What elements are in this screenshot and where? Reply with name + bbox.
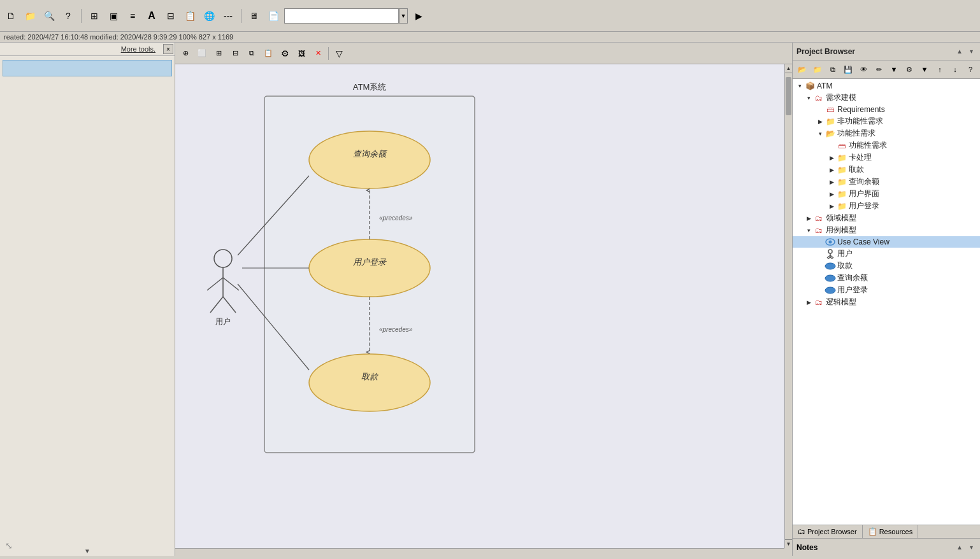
tree-arrow-usecase-model[interactable]: ▾ [804, 225, 813, 236]
tree-item-requirements[interactable]: 🗃 Requirements [793, 104, 980, 115]
tree-item-balance2[interactable]: 查询余额 [793, 272, 980, 284]
tree-item-withdraw2[interactable]: 取款 [793, 260, 980, 272]
rp-save[interactable]: 💾 [841, 62, 855, 76]
tree-label-requirements: Requirements [836, 105, 885, 114]
dtb-image[interactable]: 🖼 [294, 46, 309, 61]
tree-arrow-withdraw[interactable]: ▶ [827, 165, 836, 175]
tb-btn3[interactable]: ≡ [124, 8, 141, 24]
tree-arrow-domain[interactable]: ▶ [804, 213, 813, 223]
tree-arrow-ui[interactable]: ▶ [827, 189, 836, 199]
more-tools-btn[interactable]: More tools. [121, 45, 155, 53]
tools-scroll-down-area: ▼ [0, 546, 175, 556]
tools-scroll-down[interactable]: ▼ [84, 548, 90, 555]
tree-item-balance[interactable]: ▶ 📁 查询余额 [793, 176, 980, 188]
dtb-copy[interactable]: ⧉ [244, 46, 259, 61]
tree-item-withdraw[interactable]: ▶ 📁 取款 [793, 164, 980, 176]
notes-expand-btn[interactable]: ▾ [966, 542, 976, 553]
tree-item-non-func[interactable]: ▶ 📁 非功能性需求 [793, 115, 980, 127]
tree-item-func-req[interactable]: 🗃 功能性需求 [793, 139, 980, 152]
style-input[interactable]: Basic - Normal [284, 8, 399, 24]
rp-copy[interactable]: ⧉ [826, 62, 840, 76]
new-btn[interactable]: 🗋 [3, 8, 19, 24]
style-dropdown-arrow[interactable]: ▼ [399, 8, 408, 24]
svg-point-9 [309, 131, 430, 188]
project-tree[interactable]: ▾ 📦 ATM ▾ 🗂 需求建模 🗃 Requirements ▶ [793, 79, 980, 525]
horizontal-scrollbar[interactable] [175, 548, 784, 556]
dtb-select[interactable]: ⬜ [194, 46, 210, 61]
vertical-scrollbar[interactable]: ▲ ▼ [784, 64, 792, 548]
scroll-up-arrow[interactable]: ▲ [785, 64, 792, 73]
tb-btn4[interactable]: ⊟ [162, 8, 179, 24]
rp-up[interactable]: ↑ [933, 62, 947, 76]
tb-font[interactable]: A [143, 8, 160, 24]
selected-tool-item[interactable] [3, 60, 172, 76]
notes-collapse-btn[interactable]: ▲ [955, 542, 965, 553]
rp-dropdown[interactable]: ▼ [887, 62, 901, 76]
tree-item-login2[interactable]: 用户登录 [793, 284, 980, 296]
rp-view[interactable]: 👁 [856, 62, 870, 76]
dtb-add-node[interactable]: ⊕ [178, 46, 193, 61]
dtb-align[interactable]: ⊞ [211, 46, 226, 61]
tb-monitor[interactable]: 🖥 [246, 8, 263, 24]
tab-resources[interactable]: 📋 Resources [863, 525, 919, 538]
tb-expand[interactable]: ▶ [410, 8, 427, 24]
tree-item-usecase-model[interactable]: ▾ 🗂 用例模型 [793, 224, 980, 236]
tree-arrow-login-folder[interactable]: ▶ [827, 201, 836, 211]
dtb-delete[interactable]: ✕ [310, 46, 326, 61]
svg-text:ATM系统: ATM系统 [353, 82, 386, 92]
right-panel: Project Browser ▲ ▾ 📂 📁 ⧉ 💾 👁 ✏ ▼ ⚙ ▼ ↑ … [792, 43, 980, 556]
tree-item-usecase-view[interactable]: Use Case View [793, 236, 980, 248]
search-btn[interactable]: 🔍 [41, 8, 57, 24]
tree-arrow-card[interactable]: ▶ [827, 153, 836, 163]
tree-item-func-folder[interactable]: ▾ 📂 功能性需求 [793, 127, 980, 139]
tab-project-browser[interactable]: 🗂 Project Browser [793, 525, 863, 538]
tree-icon-balance2 [825, 273, 836, 283]
rp-settings[interactable]: ⚙ [902, 62, 916, 76]
tree-arrow-func-folder[interactable]: ▾ [816, 129, 825, 139]
tree-item-logic[interactable]: ▶ 🗂 逻辑模型 [793, 296, 980, 308]
tree-item-domain[interactable]: ▶ 🗂 领域模型 [793, 212, 980, 224]
rp-folder[interactable]: 📁 [811, 62, 825, 76]
tab-project-browser-label: Project Browser [807, 528, 857, 535]
tree-item-card[interactable]: ▶ 📁 卡处理 [793, 152, 980, 164]
dtb-network[interactable]: ⚙ [277, 46, 292, 61]
tb-btn2[interactable]: ▣ [105, 8, 122, 24]
dtb-filter[interactable]: ▽ [331, 46, 347, 61]
tb-doc[interactable]: 📄 [265, 8, 282, 24]
tree-arrow-req-modeling[interactable]: ▾ [804, 93, 813, 103]
tb-globe[interactable]: 🌐 [201, 8, 217, 24]
tree-arrow-logic[interactable]: ▶ [804, 297, 813, 308]
open-btn[interactable]: 📁 [22, 8, 38, 24]
bottom-tabs: 🗂 Project Browser 📋 Resources [793, 525, 980, 538]
help-btn[interactable]: ? [60, 8, 76, 24]
tb-dash[interactable]: --- [220, 8, 236, 24]
tree-arrow-atm[interactable]: ▾ [795, 81, 804, 91]
rp-edit[interactable]: ✏ [872, 62, 886, 76]
tree-item-req-modeling[interactable]: ▾ 🗂 需求建模 [793, 92, 980, 104]
tree-label-balance: 查询余额 [847, 176, 879, 187]
tb-btn5[interactable]: 📋 [182, 8, 198, 24]
svg-point-11 [309, 239, 430, 297]
tree-item-login-folder[interactable]: ▶ 📁 用户登录 [793, 200, 980, 212]
rp-open[interactable]: 📂 [795, 62, 809, 76]
rp-down[interactable]: ↓ [948, 62, 962, 76]
tree-arrow-balance[interactable]: ▶ [827, 177, 836, 187]
tree-icon-usecase-view [825, 237, 836, 247]
panel-expand-btn[interactable]: ▾ [966, 46, 976, 57]
dtb-paste[interactable]: 📋 [261, 46, 276, 61]
tree-item-atm[interactable]: ▾ 📦 ATM [793, 80, 980, 92]
dtb-distribute[interactable]: ⊟ [227, 46, 243, 61]
rp-dropdown2[interactable]: ▼ [918, 62, 932, 76]
tree-arrow-non-func[interactable]: ▶ [816, 117, 825, 127]
scroll-down-arrow[interactable]: ▼ [785, 539, 792, 548]
tree-item-ui[interactable]: ▶ 📁 用户界面 [793, 188, 980, 200]
rp-help[interactable]: ? [963, 62, 977, 76]
left-panel-close-btn[interactable]: × [163, 44, 173, 54]
tb-btn1[interactable]: ⊞ [86, 8, 103, 24]
svg-point-13 [309, 354, 430, 411]
tree-item-user[interactable]: 用户 [793, 248, 980, 260]
scroll-thumb-v[interactable] [786, 77, 791, 115]
diagram-canvas[interactable]: ATM系统 用户 查询余额 [175, 64, 784, 556]
tree-label-card: 卡处理 [847, 152, 872, 163]
panel-collapse-btn[interactable]: ▲ [955, 46, 965, 57]
